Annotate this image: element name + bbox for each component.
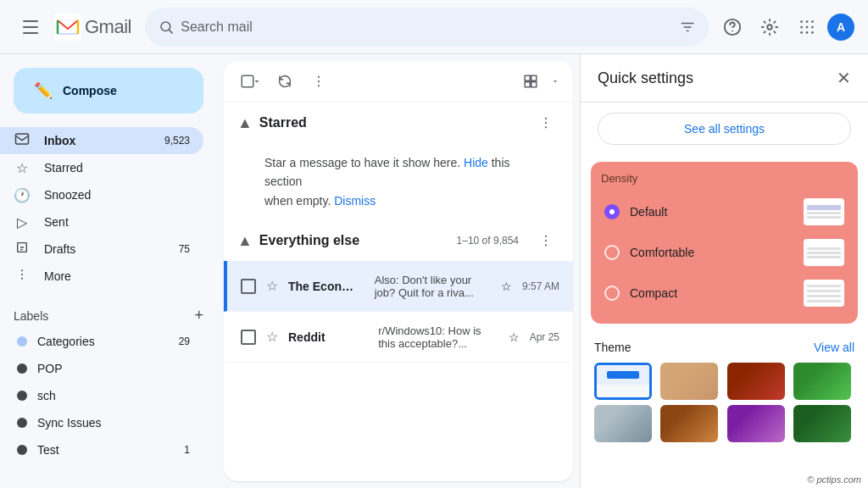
refresh-button[interactable] bbox=[271, 68, 298, 95]
sidebar-item-inbox[interactable]: Inbox 9,523 bbox=[0, 127, 203, 154]
email-time-1: Apr 25 bbox=[530, 331, 559, 343]
add-label-button[interactable]: + bbox=[194, 307, 203, 324]
quick-settings-close[interactable]: ✕ bbox=[837, 68, 851, 88]
more-icon bbox=[14, 268, 31, 285]
theme-swatch-6[interactable] bbox=[660, 405, 718, 442]
theme-swatch-default[interactable] bbox=[594, 363, 652, 400]
theme-swatch-2[interactable] bbox=[660, 363, 718, 400]
view-all-themes-button[interactable]: View all bbox=[814, 341, 854, 354]
starred-dismiss-text: when empty. bbox=[264, 194, 331, 208]
email-row[interactable]: ☆ Reddit "How is this acceptable???" r/W… bbox=[224, 312, 573, 363]
svg-point-30 bbox=[545, 240, 547, 241]
email-checkbox-1[interactable] bbox=[241, 330, 256, 345]
help-button[interactable] bbox=[715, 10, 749, 44]
label-item-pop[interactable]: POP bbox=[14, 355, 190, 382]
everything-else-title: Everything else bbox=[259, 233, 450, 248]
gmail-text: Gmail bbox=[85, 16, 131, 38]
density-label-comfortable: Comfortable bbox=[630, 246, 793, 259]
svg-point-13 bbox=[811, 31, 814, 34]
theme-swatch-3[interactable] bbox=[727, 363, 785, 400]
search-bar[interactable] bbox=[145, 8, 709, 47]
density-option-default[interactable]: Default bbox=[601, 191, 848, 232]
email-list-container: ▲ Starred Star a message to have it show… bbox=[224, 61, 573, 481]
email-checkbox-0[interactable] bbox=[241, 279, 256, 294]
svg-rect-22 bbox=[525, 75, 530, 80]
radio-comfortable[interactable] bbox=[604, 245, 620, 260]
label-sync-issues: Sync Issues bbox=[37, 416, 101, 430]
apps-button[interactable] bbox=[790, 10, 824, 44]
drafts-badge: 75 bbox=[179, 243, 190, 255]
label-dot-test bbox=[17, 445, 27, 455]
label-sch: sch bbox=[37, 389, 56, 402]
starred-section-title: Starred bbox=[259, 115, 526, 130]
email-preview-1: r/Windows10: How is this acceptable?... bbox=[375, 324, 498, 350]
radio-compact[interactable] bbox=[604, 286, 620, 301]
filter-icon[interactable] bbox=[680, 19, 695, 36]
top-icons: A bbox=[715, 10, 854, 44]
svg-rect-14 bbox=[16, 134, 29, 144]
sidebar-item-snoozed[interactable]: 🕐 Snoozed bbox=[0, 181, 203, 208]
density-section: Density Default Comfortable bbox=[591, 162, 858, 324]
svg-rect-23 bbox=[531, 75, 537, 80]
email-row[interactable]: ☆ The Economist How India can transform … bbox=[224, 261, 573, 312]
sidebar-item-more[interactable]: More bbox=[0, 263, 203, 290]
theme-swatch-4[interactable] bbox=[793, 363, 851, 400]
density-option-compact[interactable]: Compact bbox=[601, 273, 848, 313]
see-all-settings-button[interactable]: See all settings bbox=[598, 113, 851, 145]
label-dot-pop bbox=[17, 363, 27, 374]
theme-swatch-5[interactable] bbox=[594, 405, 652, 442]
starred-collapse-button[interactable]: ▲ bbox=[237, 114, 253, 132]
label-dot-sch bbox=[17, 391, 27, 401]
settings-button[interactable] bbox=[753, 10, 787, 44]
label-test: Test bbox=[37, 443, 59, 457]
account-button[interactable]: A bbox=[827, 14, 854, 41]
radio-default[interactable] bbox=[604, 204, 620, 219]
svg-point-15 bbox=[21, 269, 23, 271]
label-pop: POP bbox=[37, 362, 63, 375]
label-item-sch[interactable]: sch bbox=[14, 382, 190, 409]
sent-label: Sent bbox=[44, 215, 69, 229]
gmail-logo: Gmail bbox=[54, 14, 131, 41]
starred-section-header: ▲ Starred bbox=[224, 103, 573, 143]
pencil-icon: ✏️ bbox=[34, 81, 53, 100]
email-toolbar bbox=[224, 61, 573, 103]
label-badge-categories: 29 bbox=[179, 336, 190, 347]
menu-button[interactable] bbox=[14, 10, 47, 44]
search-input[interactable] bbox=[181, 19, 672, 35]
labels-title: Labels bbox=[14, 309, 48, 323]
svg-point-8 bbox=[800, 25, 803, 28]
select-all-button[interactable] bbox=[237, 68, 264, 95]
sidebar-item-drafts[interactable]: Drafts 75 bbox=[0, 236, 203, 263]
app-layout: ✏️ Compose Inbox 9,523 ☆ Starred 🕐 Snooz… bbox=[0, 54, 868, 488]
svg-point-17 bbox=[21, 278, 23, 280]
email-star-0[interactable]: ☆ bbox=[266, 278, 278, 294]
layout-button[interactable] bbox=[517, 68, 544, 95]
svg-point-12 bbox=[806, 31, 809, 34]
quick-settings-title: Quick settings bbox=[598, 69, 693, 87]
layout-dropdown-icon bbox=[551, 77, 559, 86]
sidebar-item-starred[interactable]: ☆ Starred bbox=[0, 154, 203, 181]
theme-swatch-7[interactable] bbox=[727, 405, 785, 442]
theme-header: Theme View all bbox=[594, 341, 854, 354]
compose-button[interactable]: ✏️ Compose bbox=[14, 68, 203, 114]
density-label-compact: Compact bbox=[630, 286, 793, 300]
sent-icon: ▷ bbox=[14, 214, 31, 230]
starred-options-button[interactable] bbox=[532, 109, 559, 136]
label-item-test[interactable]: Test 1 bbox=[14, 436, 190, 463]
email-star-1[interactable]: ☆ bbox=[266, 329, 278, 345]
more-label: More bbox=[44, 269, 71, 283]
everything-else-count: 1–10 of 9,854 bbox=[457, 235, 519, 247]
everything-options-button[interactable] bbox=[532, 227, 559, 254]
density-option-comfortable[interactable]: Comfortable bbox=[601, 232, 848, 273]
hide-link[interactable]: Hide bbox=[464, 156, 488, 169]
theme-swatch-8[interactable] bbox=[793, 405, 851, 442]
toolbar-more-button[interactable] bbox=[305, 68, 332, 95]
label-item-categories[interactable]: Categories 29 bbox=[14, 328, 190, 355]
svg-point-5 bbox=[800, 20, 803, 23]
everything-collapse-button[interactable]: ▲ bbox=[237, 232, 253, 250]
density-preview-comfortable bbox=[804, 239, 844, 266]
label-item-sync-issues[interactable]: Sync Issues bbox=[14, 409, 190, 436]
theme-grid bbox=[594, 363, 854, 442]
dismiss-link[interactable]: Dismiss bbox=[334, 194, 376, 208]
sidebar-item-sent[interactable]: ▷ Sent bbox=[0, 208, 203, 236]
